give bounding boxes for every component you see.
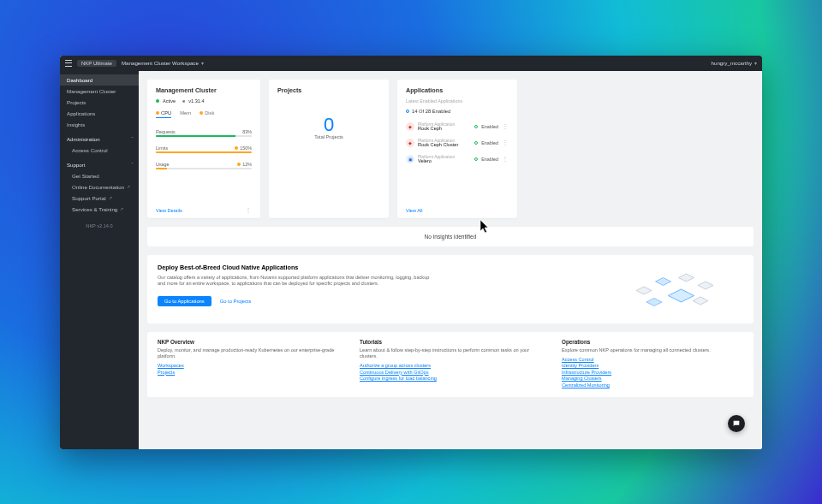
product-badge: NKP Ultimate <box>77 60 116 67</box>
app-row-rook-ceph[interactable]: ◆ Platform Application Rook Ceph Enabled… <box>406 122 509 132</box>
card-subtitle: Latest Enabled Applications <box>406 98 509 104</box>
link-access-control[interactable]: Access Control <box>562 357 743 362</box>
tab-cpu[interactable]: CPU <box>156 110 171 118</box>
svg-marker-0 <box>636 287 652 294</box>
apps-enabled-summary: 14 Of 28 Enabled <box>406 109 509 114</box>
sidebar-item-support-portal[interactable]: Support Portal↗ <box>60 193 139 204</box>
projects-total-caption: Total Projects <box>314 134 343 139</box>
sidebar: Dashboard Management Cluster Projects Ap… <box>60 71 139 449</box>
col-desc: Deploy, monitor, and manage production-r… <box>158 347 339 360</box>
card-title: Applications <box>406 86 509 94</box>
main-content: Management Cluster Active ⎈ v1.31.4 CPU … <box>139 71 762 449</box>
svg-marker-6 <box>693 297 708 305</box>
sidebar-section-administration[interactable]: Administration ˄ <box>60 130 139 145</box>
status-label: Active <box>163 98 176 104</box>
card-projects: Projects 0 Total Projects <box>269 80 389 218</box>
topbar: NKP Ultimate Management Cluster Workspac… <box>60 56 762 71</box>
svg-marker-2 <box>679 274 694 282</box>
deploy-title: Deploy Best-of-Breed Cloud Native Applic… <box>158 264 596 271</box>
app-row-rook-ceph-cluster[interactable]: ◆ Platform Application Rook Ceph Cluster… <box>406 139 509 148</box>
status-circle-icon <box>406 110 409 113</box>
external-link-icon: ↗ <box>109 195 112 200</box>
col-title: NKP Overview <box>158 339 339 345</box>
card-deploy-apps: Deploy Best-of-Breed Cloud Native Applic… <box>147 255 754 323</box>
col-desc: Learn about & follow step-by-step instru… <box>360 347 541 360</box>
link-cd-gitops[interactable]: Continuous Delivery with GitOps <box>360 370 541 375</box>
sidebar-item-access-control[interactable]: Access Control <box>60 145 139 156</box>
col-title: Tutorials <box>360 339 541 345</box>
view-all-link[interactable]: View All <box>406 208 423 213</box>
link-projects[interactable]: Projects <box>158 370 339 375</box>
col-title: Operations <box>562 339 743 345</box>
footer-col-operations: Operations Explore common NKP operations… <box>562 339 743 389</box>
status-enabled-icon <box>474 157 478 161</box>
svg-marker-5 <box>646 298 662 305</box>
link-identity-providers[interactable]: Identity Providers <box>562 363 743 368</box>
sidebar-item-online-documentation[interactable]: Online Documentation↗ <box>60 181 139 193</box>
workspace-label: Management Cluster Workspace <box>122 60 199 66</box>
link-infrastructure-providers[interactable]: Infrastructure Providers <box>562 370 743 375</box>
kebab-menu-icon[interactable]: ⋮ <box>502 157 509 161</box>
app-icon-ceph: ◆ <box>406 139 414 147</box>
status-enabled-icon <box>474 141 478 145</box>
svg-marker-3 <box>698 282 713 289</box>
menu-icon[interactable] <box>65 60 72 67</box>
chevron-down-icon: ▾ <box>754 60 757 66</box>
row-limits: Limits150% <box>156 145 252 153</box>
sidebar-item-get-started[interactable]: Get Started <box>60 170 139 181</box>
chat-fab[interactable] <box>728 415 745 432</box>
workspace-selector[interactable]: Management Cluster Workspace ▾ <box>122 60 204 66</box>
projects-total-value: 0 <box>324 114 334 136</box>
sidebar-item-management-cluster[interactable]: Management Cluster <box>60 86 139 97</box>
row-requests: Requests83% <box>156 129 252 137</box>
svg-marker-4 <box>669 289 694 302</box>
footer-columns: NKP Overview Deploy, monitor, and manage… <box>147 332 754 398</box>
deploy-illustration <box>606 264 743 315</box>
card-applications: Applications Latest Enabled Applications… <box>397 80 517 218</box>
external-link-icon: ↗ <box>120 206 123 211</box>
user-menu[interactable]: hungry_mccarthy ▾ <box>712 60 757 66</box>
external-link-icon: ↗ <box>127 184 130 189</box>
tab-disk[interactable]: Disk <box>200 110 214 118</box>
kebab-menu-icon[interactable]: ⋮ <box>502 141 509 145</box>
k8s-version: v1.31.4 <box>188 98 204 104</box>
footer-col-overview: NKP Overview Deploy, monitor, and manage… <box>158 339 339 389</box>
link-ingress-lb[interactable]: Configure Ingress for load balancing <box>360 376 541 381</box>
version-label: NKP v2.14.0 <box>60 223 139 228</box>
link-authorize-group[interactable]: Authorize a group across clusters <box>360 363 541 368</box>
svg-marker-1 <box>656 277 671 285</box>
link-managing-clusters[interactable]: Managing Clusters <box>562 376 743 381</box>
col-desc: Explore common NKP operations for managi… <box>562 347 743 353</box>
card-title: Management Cluster <box>156 86 252 94</box>
kebab-menu-icon[interactable]: ⋮ <box>245 209 252 212</box>
go-to-applications-button[interactable]: Go to Applications <box>158 296 211 306</box>
sidebar-item-applications[interactable]: Applications <box>60 108 139 119</box>
status-enabled-icon <box>474 125 478 128</box>
section-label: Administration <box>67 136 100 142</box>
app-row-velero[interactable]: ▣ Platform Application Velero Enabled ⋮ <box>406 155 509 164</box>
app-icon-ceph: ◆ <box>406 122 414 131</box>
go-to-projects-link[interactable]: Go to Projects <box>220 299 252 304</box>
tab-mem[interactable]: Mem <box>180 110 191 118</box>
status-dot-active <box>156 99 159 103</box>
chevron-up-icon: ˄ <box>131 162 134 168</box>
user-label: hungry_mccarthy <box>712 60 752 66</box>
app-icon-velero: ▣ <box>406 155 414 163</box>
sidebar-item-projects[interactable]: Projects <box>60 97 139 108</box>
link-workspaces[interactable]: Workspaces <box>158 363 339 368</box>
k8s-version-icon: ⎈ <box>182 98 185 104</box>
link-centralized-monitoring[interactable]: Centralized Monitoring <box>562 382 743 388</box>
section-label: Support <box>67 162 85 168</box>
card-management-cluster: Management Cluster Active ⎈ v1.31.4 CPU … <box>147 80 260 218</box>
card-title: Projects <box>277 86 301 94</box>
sidebar-item-insights[interactable]: Insights <box>60 119 139 130</box>
sidebar-item-services-training[interactable]: Services & Training↗ <box>60 204 139 215</box>
row-usage: Usage12% <box>156 162 252 169</box>
chevron-down-icon: ▾ <box>201 60 204 66</box>
sidebar-item-dashboard[interactable]: Dashboard <box>60 74 139 86</box>
chevron-up-icon: ˄ <box>131 136 134 142</box>
chat-icon <box>732 419 741 428</box>
view-details-link[interactable]: View Details <box>156 208 182 213</box>
kebab-menu-icon[interactable]: ⋮ <box>502 125 509 128</box>
sidebar-section-support[interactable]: Support ˄ <box>60 156 139 170</box>
